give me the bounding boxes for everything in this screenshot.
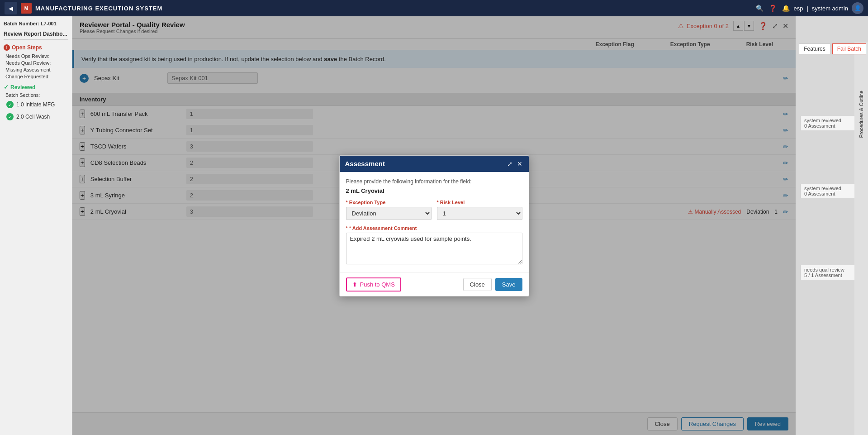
sidebar-label-cell-wash: 2.0 Cell Wash: [16, 114, 50, 120]
batch-number: Batch Number: L7-001: [4, 21, 68, 26]
modal-backdrop: Assessment ⤢ ✕ Please provide the follow…: [72, 16, 796, 435]
risk-level-select[interactable]: 1 2 3 4 5: [437, 207, 522, 220]
open-steps-icon: !: [4, 44, 10, 51]
open-steps-header: ! Open Steps: [4, 44, 68, 51]
risk-level-label-text: Risk Level: [440, 200, 465, 205]
risk-level-group: * Risk Level 1 2 3 4 5: [437, 200, 522, 220]
comment-label: * * Add Assessment Comment: [346, 225, 522, 231]
top-nav-bar: ◀ M MANUFACTURING EXECUTION SYSTEM 🔍 ❓ 🔔…: [0, 0, 868, 16]
batch-sections-item: Batch Sections:: [4, 92, 68, 98]
push-label: Push to QMS: [360, 281, 395, 288]
app-title: MANUFACTURING EXECUTION SYSTEM: [35, 5, 162, 12]
assessment-count-2: 0 Assessment: [804, 191, 851, 196]
system-reviewed-text-2: system reviewed: [804, 186, 851, 191]
modal-field-name: 2 mL Cryovial: [346, 187, 522, 194]
back-button[interactable]: ◀: [5, 2, 17, 14]
modal-expand-button[interactable]: ⤢: [506, 159, 513, 168]
logo-area: M MANUFACTURING EXECUTION SYSTEM: [21, 3, 162, 14]
modal-body: Please provide the following information…: [340, 172, 529, 272]
step-missing-assessment: Missing Assessment: [4, 67, 68, 72]
push-to-qms-button[interactable]: ⬆ Push to QMS: [346, 277, 401, 292]
modal-right-buttons: Close Save: [463, 278, 522, 291]
comment-label-text: * Add Assessment Comment: [349, 225, 417, 231]
sidebar-item-initiate-mfg[interactable]: ✓ 1.0 Initiate MFG: [4, 99, 68, 110]
modal-title: Assessment: [345, 160, 385, 167]
needs-qual-review-text: needs qual review: [804, 267, 851, 272]
sidebar-label-initiate-mfg: 1.0 Initiate MFG: [16, 101, 55, 108]
assessment-count-1: 0 Assessment: [804, 123, 851, 129]
main-layout: Batch Number: L7-001 Review Report Dashb…: [0, 16, 868, 435]
open-steps-label: Open Steps: [12, 44, 42, 51]
risk-level-label: * Risk Level: [437, 200, 522, 205]
step-change-requested: Change Requested:: [4, 74, 68, 79]
left-sidebar: Batch Number: L7-001 Review Report Dashb…: [0, 16, 72, 435]
step-needs-qual: Needs Qual Review:: [4, 60, 68, 66]
features-button[interactable]: Features: [799, 43, 830, 54]
notification-icon[interactable]: 🔔: [782, 5, 790, 12]
exception-type-select[interactable]: Deviation Out of Specification Other: [346, 207, 432, 220]
asterisk-2: *: [437, 200, 440, 205]
dashboard-title: Review Report Dashbo...: [4, 31, 68, 40]
modal-description: Please provide the following information…: [346, 178, 522, 185]
user-short-name: esp: [793, 5, 803, 12]
modal-save-button[interactable]: Save: [495, 278, 522, 291]
content-area: Features Fail Batch Procedures & Outline…: [72, 16, 868, 435]
sidebar-item-cell-wash[interactable]: ✓ 2.0 Cell Wash: [4, 111, 68, 122]
user-area: esp | system admin 👤: [793, 2, 863, 14]
modal-footer: ⬆ Push to QMS Close Save: [340, 272, 529, 296]
asterisk-3: *: [346, 225, 349, 231]
exception-type-label-text: Exception Type: [349, 200, 385, 205]
modal-form-row: * Exception Type Deviation Out of Specif…: [346, 200, 522, 220]
user-full-name: system admin: [812, 5, 848, 12]
modal-controls: ⤢ ✕: [506, 159, 523, 168]
asterisk: *: [346, 200, 349, 205]
nav-icons: 🔍 ❓ 🔔: [756, 5, 790, 12]
fail-batch-button[interactable]: Fail Batch: [832, 43, 866, 54]
modal-close-btn[interactable]: Close: [463, 278, 492, 291]
modal-header: Assessment ⤢ ✕: [340, 156, 529, 172]
search-icon[interactable]: 🔍: [756, 5, 764, 12]
check-circle-icon: ✓: [6, 101, 14, 108]
user-avatar: 👤: [852, 2, 863, 14]
system-reviewed-text-1: system reviewed: [804, 118, 851, 123]
comment-group: * * Add Assessment Comment Expired 2 mL …: [346, 225, 522, 266]
assessment-modal: Assessment ⤢ ✕ Please provide the follow…: [339, 155, 529, 296]
exception-type-group: * Exception Type Deviation Out of Specif…: [346, 200, 432, 220]
help-icon[interactable]: ❓: [769, 5, 777, 12]
comment-textarea[interactable]: Expired 2 mL cryovials used for sample p…: [346, 233, 522, 264]
step-needs-ops: Needs Ops Review:: [4, 53, 68, 59]
reviewed-check-icon: ✓: [4, 84, 9, 91]
check-circle-icon-2: ✓: [6, 113, 14, 120]
exception-type-label: * Exception Type: [346, 200, 432, 205]
push-icon: ⬆: [352, 281, 357, 288]
reviewed-header: ✓ Reviewed: [4, 84, 68, 91]
modal-close-button[interactable]: ✕: [516, 159, 523, 168]
reviewed-label: Reviewed: [10, 84, 35, 91]
procedures-outline-text: Procedures & Outline: [859, 87, 864, 142]
app-logo: M: [21, 3, 32, 14]
assessment-count-3: 5 / 1 Assessment: [804, 272, 851, 278]
user-separator: |: [806, 5, 808, 12]
